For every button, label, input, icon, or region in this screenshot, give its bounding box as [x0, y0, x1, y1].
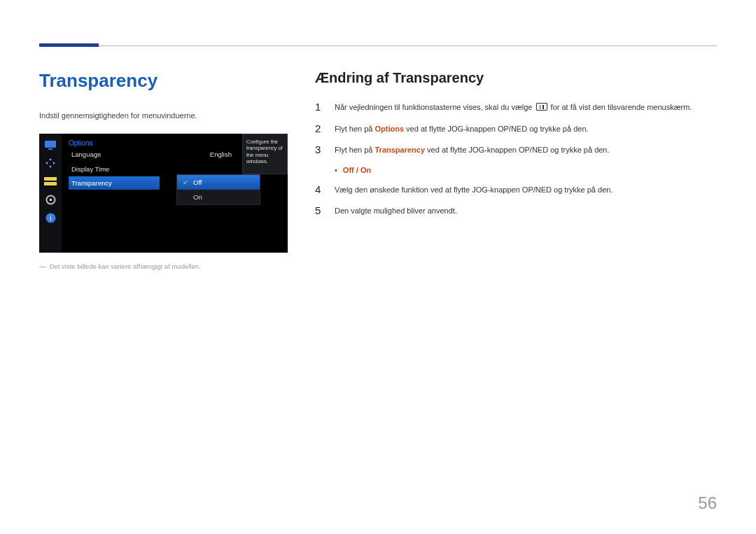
gear-icon	[44, 194, 57, 205]
submenu-label: Off	[193, 178, 202, 186]
footnote: ― Det viste billede kan variere afhængig…	[39, 262, 288, 270]
osd-row-transparency: Transparency	[69, 176, 160, 190]
step-number: 4	[315, 184, 323, 195]
section-title: Ændring af Transparency	[315, 70, 714, 86]
svg-rect-3	[44, 182, 57, 185]
svg-rect-2	[44, 177, 57, 181]
step-body: Når vejledningen til funktionstasterne v…	[335, 101, 692, 113]
step-number: 1	[315, 101, 323, 112]
check-placeholder: ✔	[183, 194, 189, 201]
svg-rect-0	[45, 141, 56, 148]
osd-submenu: ✔ Off ✔ On	[176, 174, 260, 205]
right-column: Ændring af Transparency 1 Når vejledning…	[315, 70, 714, 227]
bullet-dot: •	[335, 166, 337, 174]
row-value: English	[210, 150, 232, 158]
page-title: Transparency	[39, 70, 288, 92]
row-label: Display Time	[71, 165, 109, 173]
step-body: Vælg den ønskede funktion ved at flytte …	[335, 184, 612, 196]
header-accent	[39, 43, 99, 47]
step-body: Flyt hen på Transparency ved at flytte J…	[335, 144, 610, 156]
left-column: Transparency Indstil gennemsigtigheden f…	[39, 70, 288, 270]
page-number: 56	[698, 493, 717, 513]
svg-point-5	[49, 198, 52, 201]
arrows-icon	[44, 157, 57, 169]
step-3: 3 Flyt hen på Transparency ved at flytte…	[315, 144, 714, 156]
highlight: Off / On	[343, 166, 371, 174]
row-label: Language	[71, 150, 101, 158]
osd-screenshot: i Options Language English Display Time …	[39, 134, 288, 253]
highlight: Options	[374, 125, 404, 133]
row-label: Transparency	[71, 179, 112, 187]
step-5: 5 Den valgte mulighed bliver anvendt.	[315, 205, 714, 217]
step-number: 2	[315, 123, 323, 134]
osd-main-panel: Options Language English Display Time Tr…	[62, 134, 288, 253]
header-divider	[39, 45, 717, 46]
step-number: 5	[315, 205, 323, 216]
submenu-item-on: ✔ On	[177, 190, 260, 204]
intro-text: Indstil gennemsigtigheden for menuvindue…	[39, 111, 288, 120]
steps-list: 1 Når vejledningen til funktionstasterne…	[315, 101, 714, 217]
monitor-icon	[44, 139, 57, 150]
osd-tooltip: Configure the transparency of the menu w…	[242, 134, 288, 174]
menu-icon	[536, 103, 547, 111]
step-body: Flyt hen på Options ved at flytte JOG-kn…	[335, 123, 589, 135]
submenu-item-off: ✔ Off	[177, 175, 260, 190]
step-4: 4 Vælg den ønskede funktion ved at flytt…	[315, 184, 714, 196]
step-number: 3	[315, 144, 323, 155]
bullet-offon: •Off / On	[335, 166, 714, 174]
step-1: 1 Når vejledningen til funktionstasterne…	[315, 101, 714, 113]
svg-rect-1	[48, 148, 52, 150]
highlight: Transparency	[374, 146, 425, 154]
info-icon: i	[44, 212, 57, 223]
step-2: 2 Flyt hen på Options ved at flytte JOG-…	[315, 123, 714, 135]
svg-text:i: i	[50, 214, 52, 222]
footnote-text: Det viste billede kan variere afhængigt …	[50, 262, 201, 270]
check-icon: ✔	[183, 179, 189, 186]
dash-icon: ―	[39, 262, 48, 270]
osd-sidebar: i	[39, 134, 62, 253]
step-body: Den valgte mulighed bliver anvendt.	[335, 205, 457, 217]
options-icon	[44, 176, 57, 187]
submenu-label: On	[193, 193, 202, 201]
